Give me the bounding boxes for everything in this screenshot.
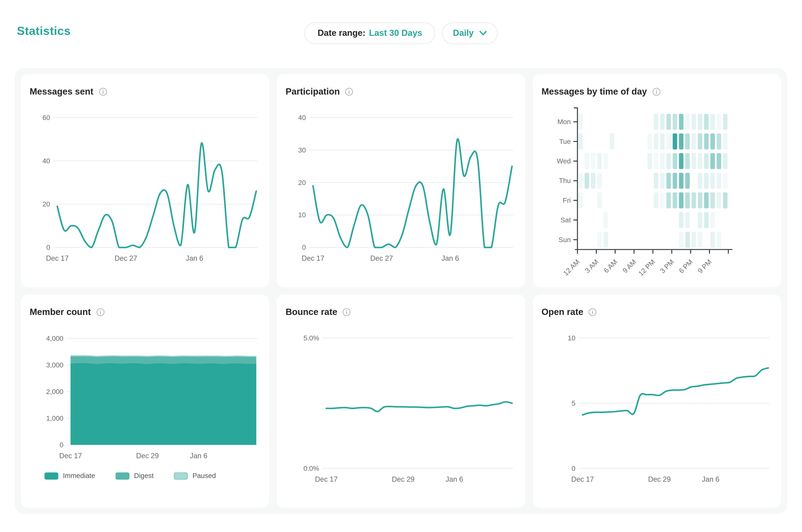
svg-text:Fri: Fri bbox=[562, 196, 571, 204]
svg-text:Jan 6: Jan 6 bbox=[446, 475, 463, 483]
legend: Immediate Digest Paused bbox=[44, 472, 216, 479]
card-header: Member count bbox=[30, 307, 105, 318]
legend-label-immediate: Immediate bbox=[63, 472, 95, 479]
topbar: Statistics Date range: Last 30 Days Dail… bbox=[0, 0, 802, 68]
svg-text:10: 10 bbox=[298, 211, 306, 218]
time-of-day-heatmap[interactable]: MonTueWedThuFriSatSun12 AM3 AM6 AM9 AM12… bbox=[538, 105, 776, 284]
svg-text:3 PM: 3 PM bbox=[658, 258, 675, 274]
legend-item-immediate: Immediate bbox=[44, 472, 95, 479]
svg-text:Dec 27: Dec 27 bbox=[114, 254, 137, 262]
svg-text:Jan 6: Jan 6 bbox=[186, 254, 203, 262]
svg-text:0.0%: 0.0% bbox=[304, 464, 319, 472]
svg-text:40: 40 bbox=[298, 114, 306, 121]
granularity-value: Daily bbox=[453, 28, 474, 38]
svg-text:30: 30 bbox=[298, 146, 306, 154]
svg-text:60: 60 bbox=[42, 114, 50, 121]
svg-text:Dec 27: Dec 27 bbox=[371, 254, 393, 262]
svg-text:Dec 29: Dec 29 bbox=[136, 452, 159, 460]
dashboard-viewport: Statistics Date range: Last 30 Days Dail… bbox=[0, 0, 802, 532]
date-range-pill[interactable]: Date range: Last 30 Days bbox=[304, 22, 435, 44]
chart-title: Member count bbox=[30, 307, 91, 318]
svg-text:9 PM: 9 PM bbox=[696, 258, 713, 274]
card-participation: Participation 403020100Dec 17Dec 27Jan 6 bbox=[277, 74, 525, 287]
svg-text:9 AM: 9 AM bbox=[621, 258, 637, 274]
svg-text:40: 40 bbox=[42, 157, 50, 165]
svg-text:3,000: 3,000 bbox=[46, 361, 63, 369]
svg-text:4,000: 4,000 bbox=[46, 335, 63, 342]
svg-text:Dec 17: Dec 17 bbox=[315, 475, 338, 483]
svg-text:0: 0 bbox=[302, 244, 306, 251]
svg-text:Dec 17: Dec 17 bbox=[46, 254, 69, 262]
card-header: Messages sent bbox=[30, 86, 107, 97]
chart-title: Bounce rate bbox=[285, 307, 337, 318]
legend-swatch-immediate bbox=[44, 472, 58, 479]
date-range-label: Date range: bbox=[318, 28, 366, 38]
header-controls: Date range: Last 30 Days Daily bbox=[0, 0, 802, 44]
info-icon[interactable] bbox=[98, 88, 107, 96]
participation-chart[interactable]: 403020100Dec 17Dec 27Jan 6 bbox=[282, 105, 520, 284]
card-bounce-rate: Bounce rate 5.0%0.0%Dec 17Dec 29Jan 6 bbox=[277, 294, 525, 508]
legend-label-paused: Paused bbox=[192, 472, 216, 479]
page-title: Statistics bbox=[17, 24, 71, 38]
svg-text:Mon: Mon bbox=[557, 118, 571, 126]
chart-title: Messages sent bbox=[30, 86, 93, 97]
card-header: Open rate bbox=[541, 307, 597, 318]
svg-text:0: 0 bbox=[571, 464, 575, 472]
svg-text:Dec 17: Dec 17 bbox=[302, 254, 325, 262]
svg-text:20: 20 bbox=[298, 179, 306, 186]
svg-text:10: 10 bbox=[567, 334, 575, 342]
info-icon[interactable] bbox=[652, 88, 660, 96]
svg-text:Jan 6: Jan 6 bbox=[702, 475, 719, 483]
svg-text:0: 0 bbox=[46, 244, 50, 251]
info-icon[interactable] bbox=[589, 308, 597, 317]
card-header: Bounce rate bbox=[285, 307, 351, 318]
svg-text:Dec 17: Dec 17 bbox=[59, 452, 82, 460]
svg-text:0: 0 bbox=[59, 441, 63, 449]
card-open-rate: Open rate 1050Dec 17Dec 29Jan 6 bbox=[533, 294, 781, 508]
svg-text:1,000: 1,000 bbox=[46, 414, 63, 422]
svg-text:Jan 6: Jan 6 bbox=[442, 254, 459, 262]
svg-text:20: 20 bbox=[42, 200, 50, 208]
svg-text:Sun: Sun bbox=[558, 236, 571, 244]
chart-title: Open rate bbox=[541, 307, 583, 318]
info-icon[interactable] bbox=[342, 308, 351, 317]
svg-text:Tue: Tue bbox=[559, 138, 571, 145]
bounce-rate-chart[interactable]: 5.0%0.0%Dec 17Dec 29Jan 6 bbox=[282, 325, 520, 504]
svg-text:Dec 29: Dec 29 bbox=[648, 475, 671, 483]
svg-text:12 AM: 12 AM bbox=[562, 258, 581, 277]
legend-swatch-paused bbox=[174, 472, 188, 479]
svg-text:Thu: Thu bbox=[559, 177, 571, 184]
card-header: Participation bbox=[285, 86, 353, 97]
card-messages-by-time-of-day: Messages by time of day MonTueWedThuFriS… bbox=[533, 74, 781, 287]
legend-label-digest: Digest bbox=[134, 472, 153, 479]
date-range-value: Last 30 Days bbox=[369, 28, 422, 38]
svg-text:5.0%: 5.0% bbox=[304, 334, 319, 342]
svg-text:Dec 17: Dec 17 bbox=[571, 475, 594, 483]
svg-text:6 AM: 6 AM bbox=[602, 258, 618, 274]
stats-panel: Messages sent 6040200Dec 17Dec 27Jan 6 P… bbox=[15, 68, 787, 514]
granularity-dropdown[interactable]: Daily bbox=[442, 22, 498, 44]
svg-text:3 AM: 3 AM bbox=[583, 258, 599, 274]
legend-item-paused: Paused bbox=[174, 472, 216, 479]
legend-swatch-digest bbox=[115, 472, 129, 479]
svg-text:Dec 29: Dec 29 bbox=[392, 475, 415, 483]
chart-title: Messages by time of day bbox=[541, 86, 647, 97]
legend-item-digest: Digest bbox=[115, 472, 153, 479]
info-icon[interactable] bbox=[96, 308, 105, 317]
svg-text:Sat: Sat bbox=[560, 216, 571, 224]
card-messages-sent: Messages sent 6040200Dec 17Dec 27Jan 6 bbox=[21, 74, 269, 287]
card-header: Messages by time of day bbox=[541, 86, 660, 97]
svg-text:2,000: 2,000 bbox=[46, 388, 63, 395]
chart-title: Participation bbox=[285, 86, 340, 97]
svg-text:Jan 6: Jan 6 bbox=[190, 452, 207, 460]
messages-sent-chart[interactable]: 6040200Dec 17Dec 27Jan 6 bbox=[26, 105, 264, 284]
svg-text:12 PM: 12 PM bbox=[637, 258, 656, 277]
open-rate-chart[interactable]: 1050Dec 17Dec 29Jan 6 bbox=[538, 325, 776, 504]
chevron-down-icon bbox=[479, 31, 487, 36]
svg-text:Wed: Wed bbox=[557, 157, 571, 165]
svg-text:5: 5 bbox=[571, 399, 575, 407]
svg-text:6 PM: 6 PM bbox=[677, 258, 694, 274]
card-member-count: Member count 4,0003,0002,0001,0000Dec 17… bbox=[21, 294, 269, 508]
info-icon[interactable] bbox=[345, 88, 353, 96]
